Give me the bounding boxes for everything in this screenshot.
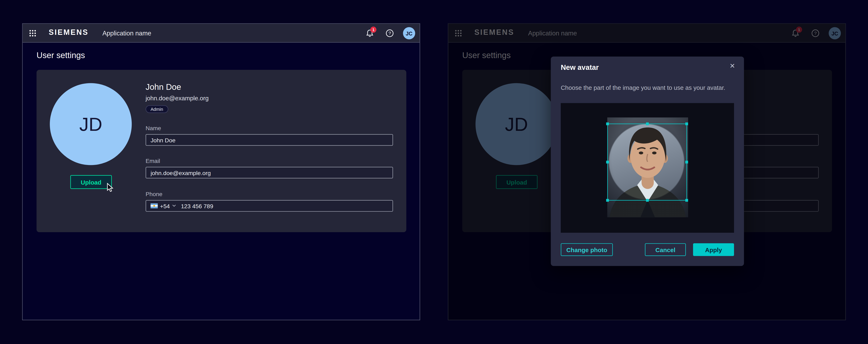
- notification-badge: 1: [370, 27, 377, 33]
- siemens-logo: SIEMENS: [49, 28, 89, 36]
- avatar-crop-area: [561, 103, 734, 233]
- crop-handle-middle-right[interactable]: [685, 161, 688, 163]
- cancel-button[interactable]: Cancel: [645, 243, 686, 256]
- app-switcher-button[interactable]: [29, 29, 37, 37]
- crop-handle-top-right[interactable]: [685, 122, 688, 125]
- profile-name: John Doe: [146, 82, 181, 91]
- user-settings-window: SIEMENS Application name 1 ? JC User set…: [22, 23, 420, 320]
- user-settings-card: JD Upload John Doe john.doe@example.org …: [37, 70, 406, 232]
- new-avatar-modal: New avatar ✕ Choose the part of the imag…: [551, 56, 744, 266]
- apply-button[interactable]: Apply: [693, 243, 734, 256]
- dial-code[interactable]: +54: [160, 202, 170, 209]
- phone-label: Phone: [146, 191, 162, 197]
- profile-avatar: JD: [50, 83, 132, 165]
- close-icon[interactable]: ✕: [728, 62, 737, 70]
- modal-description: Choose the part of the image you want to…: [561, 84, 728, 92]
- crop-selection[interactable]: [607, 123, 687, 201]
- crop-handle-bottom-left[interactable]: [606, 199, 609, 202]
- argentina-flag-icon: [151, 203, 158, 208]
- page-title: User settings: [37, 51, 85, 60]
- crop-handle-middle-left[interactable]: [606, 161, 609, 163]
- chevron-down-icon[interactable]: [172, 205, 176, 207]
- email-input[interactable]: [146, 167, 393, 178]
- user-settings-window-dimmed: SIEMENS Application name 1 ? JC User set…: [448, 23, 846, 320]
- crop-handle-top-left[interactable]: [606, 122, 609, 125]
- help-button[interactable]: ?: [385, 29, 394, 38]
- email-label: Email: [146, 157, 160, 164]
- upload-button[interactable]: Upload: [70, 175, 112, 189]
- help-icon: ?: [385, 29, 394, 38]
- notifications-button[interactable]: 1: [365, 29, 374, 38]
- svg-text:?: ?: [388, 30, 391, 36]
- crop-handle-bottom-center[interactable]: [646, 199, 648, 202]
- screenshot-stage: SIEMENS Application name 1 ? JC User set…: [0, 0, 868, 344]
- change-photo-button[interactable]: Change photo: [561, 243, 613, 256]
- header-user-avatar[interactable]: JC: [403, 27, 415, 39]
- crop-handle-top-center[interactable]: [646, 122, 648, 125]
- role-badge: Admin: [146, 105, 168, 113]
- name-input[interactable]: [146, 134, 393, 146]
- modal-title: New avatar: [561, 63, 599, 71]
- apps-grid-icon: [29, 29, 37, 37]
- name-label: Name: [146, 125, 161, 131]
- profile-email: john.doe@example.org: [146, 95, 209, 102]
- application-name: Application name: [102, 30, 151, 36]
- phone-number: 123 456 789: [181, 202, 213, 209]
- crop-handle-bottom-right[interactable]: [685, 199, 688, 202]
- phone-input[interactable]: +54 123 456 789: [146, 200, 393, 211]
- app-header: SIEMENS Application name 1 ? JC: [23, 24, 420, 42]
